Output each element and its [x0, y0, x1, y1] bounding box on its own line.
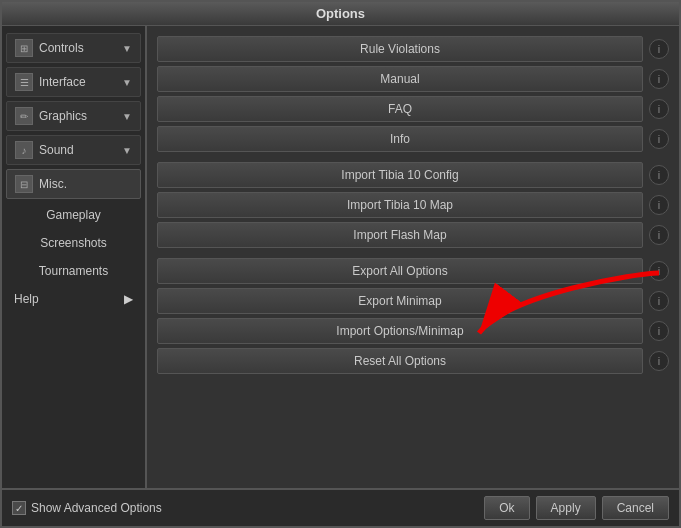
info-icon-info[interactable]: i	[649, 129, 669, 149]
reset-all-options-button[interactable]: Reset All Options	[157, 348, 643, 374]
info-icon-import-tibia10-map[interactable]: i	[649, 195, 669, 215]
info-icon-import-flash-map[interactable]: i	[649, 225, 669, 245]
export-minimap-button[interactable]: Export Minimap	[157, 288, 643, 314]
footer: ✓ Show Advanced Options Ok Apply Cancel	[2, 488, 679, 526]
show-advanced-options-checkbox-container[interactable]: ✓ Show Advanced Options	[12, 501, 162, 515]
sidebar-label-graphics: Graphics	[39, 109, 116, 123]
ok-button[interactable]: Ok	[484, 496, 529, 520]
options-dialog: Options ⊞ Controls ▼ ☰ Interface ▼ ✏ Gra…	[0, 0, 681, 528]
chevron-controls: ▼	[122, 43, 132, 54]
info-icon-export-all-options[interactable]: i	[649, 261, 669, 281]
chevron-graphics: ▼	[122, 111, 132, 122]
main-panel: Rule Violations i Manual i FAQ i Info i	[147, 26, 679, 488]
sidebar: ⊞ Controls ▼ ☰ Interface ▼ ✏ Graphics ▼ …	[2, 26, 147, 488]
info-icon-export-minimap[interactable]: i	[649, 291, 669, 311]
sidebar-item-screenshots[interactable]: Screenshots	[6, 231, 141, 255]
manual-button[interactable]: Manual	[157, 66, 643, 92]
dialog-title: Options	[316, 6, 365, 21]
info-button[interactable]: Info	[157, 126, 643, 152]
graphics-icon: ✏	[15, 107, 33, 125]
content-area: ⊞ Controls ▼ ☰ Interface ▼ ✏ Graphics ▼ …	[2, 26, 679, 488]
sidebar-label-gameplay: Gameplay	[46, 208, 101, 222]
apply-button[interactable]: Apply	[536, 496, 596, 520]
sidebar-label-controls: Controls	[39, 41, 116, 55]
misc-icon: ⊟	[15, 175, 33, 193]
info-icon-faq[interactable]: i	[649, 99, 669, 119]
sidebar-item-tournaments[interactable]: Tournaments	[6, 259, 141, 283]
sidebar-item-sound[interactable]: ♪ Sound ▼	[6, 135, 141, 165]
sidebar-item-gameplay[interactable]: Gameplay	[6, 203, 141, 227]
sidebar-label-interface: Interface	[39, 75, 116, 89]
sidebar-item-controls[interactable]: ⊞ Controls ▼	[6, 33, 141, 63]
title-bar: Options	[2, 2, 679, 26]
row-reset-all-options: Reset All Options i	[157, 348, 669, 374]
cancel-button[interactable]: Cancel	[602, 496, 669, 520]
info-icon-manual[interactable]: i	[649, 69, 669, 89]
interface-icon: ☰	[15, 73, 33, 91]
row-faq: FAQ i	[157, 96, 669, 122]
sidebar-label-screenshots: Screenshots	[40, 236, 107, 250]
sidebar-label-tournaments: Tournaments	[39, 264, 108, 278]
chevron-interface: ▼	[122, 77, 132, 88]
info-icon-reset-all-options[interactable]: i	[649, 351, 669, 371]
sidebar-item-misc[interactable]: ⊟ Misc.	[6, 169, 141, 199]
button-group-1: Rule Violations i Manual i FAQ i Info i	[157, 36, 669, 152]
row-info: Info i	[157, 126, 669, 152]
row-import-options-minimap: Import Options/Minimap i	[157, 318, 669, 344]
controls-icon: ⊞	[15, 39, 33, 57]
sidebar-item-graphics[interactable]: ✏ Graphics ▼	[6, 101, 141, 131]
sidebar-item-help[interactable]: Help ▶	[6, 287, 141, 311]
sound-icon: ♪	[15, 141, 33, 159]
footer-buttons: Ok Apply Cancel	[484, 496, 669, 520]
row-import-flash-map: Import Flash Map i	[157, 222, 669, 248]
footer-left: ✓ Show Advanced Options	[12, 501, 476, 515]
button-group-3: Export All Options i Export Minimap i Im…	[157, 258, 669, 374]
show-advanced-options-checkbox[interactable]: ✓	[12, 501, 26, 515]
import-tibia10-config-button[interactable]: Import Tibia 10 Config	[157, 162, 643, 188]
import-options-minimap-button[interactable]: Import Options/Minimap	[157, 318, 643, 344]
row-import-tibia10-config: Import Tibia 10 Config i	[157, 162, 669, 188]
show-advanced-options-label: Show Advanced Options	[31, 501, 162, 515]
row-manual: Manual i	[157, 66, 669, 92]
chevron-help: ▶	[124, 292, 133, 306]
sidebar-label-sound: Sound	[39, 143, 116, 157]
info-icon-import-tibia10-config[interactable]: i	[649, 165, 669, 185]
sidebar-label-misc: Misc.	[39, 177, 132, 191]
info-icon-import-options-minimap[interactable]: i	[649, 321, 669, 341]
row-export-minimap: Export Minimap i	[157, 288, 669, 314]
chevron-sound: ▼	[122, 145, 132, 156]
export-all-options-button[interactable]: Export All Options	[157, 258, 643, 284]
info-icon-rule-violations[interactable]: i	[649, 39, 669, 59]
import-tibia10-map-button[interactable]: Import Tibia 10 Map	[157, 192, 643, 218]
sidebar-label-help: Help	[14, 292, 39, 306]
row-import-tibia10-map: Import Tibia 10 Map i	[157, 192, 669, 218]
sidebar-item-interface[interactable]: ☰ Interface ▼	[6, 67, 141, 97]
button-group-2: Import Tibia 10 Config i Import Tibia 10…	[157, 162, 669, 248]
row-rule-violations: Rule Violations i	[157, 36, 669, 62]
faq-button[interactable]: FAQ	[157, 96, 643, 122]
import-flash-map-button[interactable]: Import Flash Map	[157, 222, 643, 248]
rule-violations-button[interactable]: Rule Violations	[157, 36, 643, 62]
row-export-all-options: Export All Options i	[157, 258, 669, 284]
